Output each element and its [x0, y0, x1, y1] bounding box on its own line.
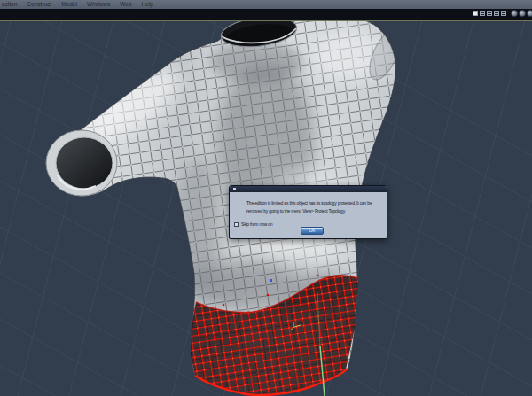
selected-vertex-marker	[270, 279, 272, 282]
view-layout-split-icon-3[interactable]	[494, 11, 499, 16]
view-layout-split-icon-2[interactable]	[487, 11, 492, 16]
view-layout-split-icon-4[interactable]	[501, 11, 506, 16]
menu-item-construct[interactable]: Construct	[27, 0, 51, 9]
skip-checkbox[interactable]	[234, 222, 239, 227]
dialog-message-line2: removed by going to the menu View> Prote…	[246, 207, 384, 215]
menu-item-selection[interactable]: ection	[2, 0, 17, 9]
menu-item-model[interactable]: Model	[61, 0, 77, 9]
menu-bar: ection Construct Model Windows Web Help	[0, 0, 532, 9]
skip-checkbox-label: Skip from now on	[241, 221, 272, 227]
ok-button[interactable]: OK	[301, 227, 324, 235]
menu-item-windows[interactable]: Windows	[87, 0, 110, 9]
icon-bar	[0, 9, 532, 21]
dialog-titlebar[interactable]	[230, 186, 387, 192]
menu-item-web[interactable]: Web	[120, 0, 131, 9]
dialog-window-icon	[233, 188, 236, 190]
dialog-message-line1: The edition is limited as this object ha…	[246, 199, 384, 207]
topology-warning-dialog: The edition is limited as this object ha…	[229, 185, 387, 239]
nav-sphere-icon-2[interactable]	[519, 10, 526, 17]
skip-checkbox-row: Skip from now on	[234, 221, 272, 227]
view-layout-split-icon-1[interactable]	[480, 11, 485, 16]
menu-item-help[interactable]: Help	[142, 0, 153, 9]
arm-cuff-opening	[46, 130, 117, 196]
view-layout-single-icon[interactable]	[473, 11, 478, 16]
dialog-message: The edition is limited as this object ha…	[246, 199, 384, 215]
nav-sphere-icon-1[interactable]	[511, 10, 518, 17]
nav-sphere-icon-3[interactable]	[527, 10, 532, 17]
